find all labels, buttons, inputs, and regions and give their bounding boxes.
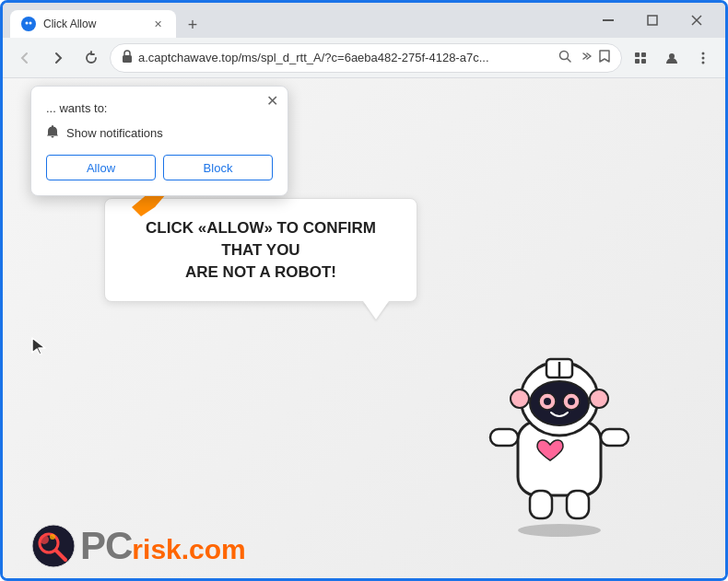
new-tab-button[interactable]: +: [180, 12, 205, 38]
svg-point-2: [29, 22, 32, 25]
browser-frame: Click Allow ✕ +: [0, 0, 728, 581]
logo-area: PCrisk.com: [30, 523, 246, 569]
svg-rect-34: [530, 491, 552, 518]
maximize-button[interactable]: [631, 6, 674, 35]
tab-favicon: [21, 17, 36, 31]
logo-text: PCrisk.com: [80, 524, 246, 568]
svg-point-41: [40, 535, 49, 544]
logo-icon: [30, 523, 76, 569]
svg-rect-7: [123, 55, 132, 63]
logo-risk-suffix: isk.com: [143, 534, 246, 565]
lock-icon: [122, 50, 133, 65]
tab-close-button[interactable]: ✕: [150, 17, 165, 31]
profile-button[interactable]: [657, 43, 687, 73]
allow-button[interactable]: Allow: [46, 155, 156, 180]
mouse-cursor: [30, 336, 49, 361]
window-controls: [587, 6, 718, 35]
svg-point-31: [590, 389, 608, 408]
svg-point-26: [544, 398, 551, 405]
svg-point-16: [702, 52, 705, 54]
tab-area: Click Allow ✕ +: [10, 3, 583, 38]
search-icon[interactable]: [558, 50, 571, 65]
logo-risk: r: [132, 534, 143, 565]
svg-point-17: [702, 56, 705, 59]
extensions-button[interactable]: [626, 43, 655, 73]
title-bar: Click Allow ✕ +: [3, 3, 725, 38]
notification-popup: ✕ ... wants to: Show notifications Allow…: [30, 86, 288, 196]
forward-button[interactable]: [43, 43, 73, 73]
block-button[interactable]: Block: [163, 155, 273, 180]
svg-point-36: [518, 524, 601, 537]
svg-rect-13: [635, 59, 640, 64]
svg-rect-3: [603, 19, 614, 21]
permission-label: Show notifications: [66, 126, 163, 140]
toolbar: a.captchawave.top/ms/spl_d_rtt_A/?c=6aeb…: [3, 38, 725, 78]
svg-rect-4: [648, 16, 657, 25]
svg-rect-14: [641, 59, 646, 64]
logo-pc: PC: [80, 524, 132, 568]
popup-permission-row: Show notifications: [46, 124, 273, 142]
url-text: a.captchawave.top/ms/spl_d_rtt_A/?c=6aeb…: [138, 51, 553, 64]
reload-button[interactable]: [76, 43, 106, 73]
svg-point-27: [568, 398, 575, 405]
menu-button[interactable]: [688, 43, 718, 73]
active-tab[interactable]: Click Allow ✕: [10, 10, 176, 38]
popup-close-button[interactable]: ✕: [266, 94, 278, 109]
svg-point-1: [26, 22, 29, 25]
address-bar[interactable]: a.captchawave.top/ms/spl_d_rtt_A/?c=6aeb…: [110, 43, 622, 73]
popup-site-text: ... wants to:: [46, 101, 273, 115]
cursor-icon: [30, 336, 49, 356]
svg-marker-37: [32, 338, 45, 354]
svg-point-42: [50, 534, 55, 540]
toolbar-actions: [626, 43, 718, 73]
back-button[interactable]: [10, 43, 40, 73]
robot-svg: [467, 302, 652, 541]
bubble-text-line2: ARE NOT A ROBOT!: [127, 261, 394, 284]
svg-rect-32: [490, 429, 518, 446]
svg-rect-33: [601, 429, 628, 446]
popup-buttons: Allow Block: [46, 155, 273, 180]
tab-title: Click Allow: [43, 17, 143, 30]
robot-container: [467, 302, 652, 523]
svg-line-9: [568, 59, 571, 63]
svg-point-18: [702, 61, 705, 64]
bell-icon: [46, 124, 59, 142]
svg-rect-11: [635, 52, 640, 57]
svg-rect-12: [641, 52, 646, 57]
minimize-button[interactable]: [587, 6, 629, 35]
svg-rect-35: [567, 491, 589, 518]
share-icon[interactable]: [579, 50, 592, 65]
svg-point-30: [511, 389, 529, 408]
bookmark-icon[interactable]: [599, 50, 610, 65]
page-content: ✕ ... wants to: Show notifications Allow…: [3, 78, 725, 578]
close-window-button[interactable]: [675, 6, 718, 35]
